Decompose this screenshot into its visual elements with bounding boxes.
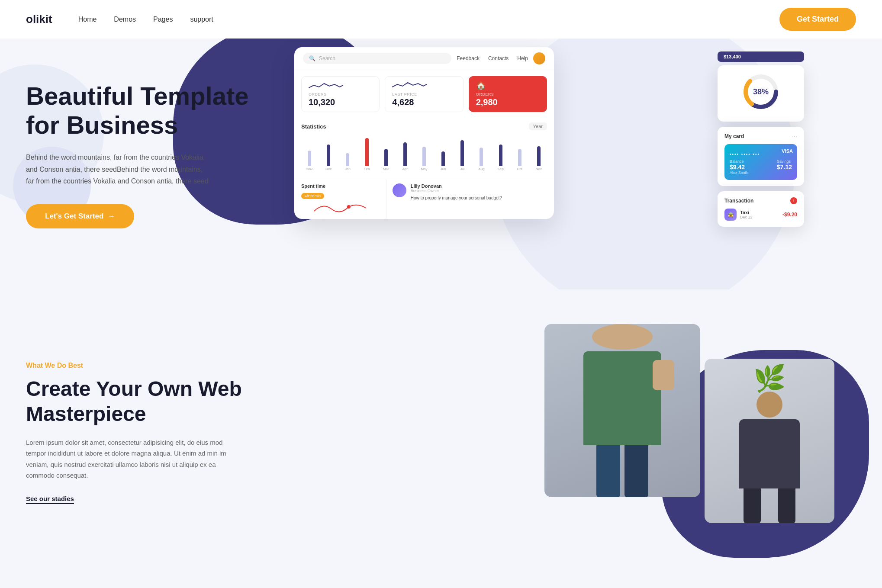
bar-4-red (365, 138, 369, 166)
hero-description: Behind the word mountains, far from the … (26, 151, 212, 187)
hero-section: Beautiful Template for Business Behind t… (0, 39, 882, 289)
bar-group-12: Oct (512, 149, 528, 171)
help-nav[interactable]: Help (517, 55, 528, 61)
spent-time: Spent time 48:26min (294, 179, 386, 219)
section2-tag: What We Do Best (26, 362, 242, 370)
nav-pages[interactable]: Pages (153, 16, 173, 23)
card-balance: $9.42 (730, 164, 745, 170)
activity-role: Business Owner (411, 189, 502, 193)
chart-title: Statistics (301, 123, 326, 130)
bar-group-2: Dec (320, 145, 337, 171)
transaction-date: Dec 12 (740, 215, 779, 219)
svg-point-0 (347, 205, 351, 209)
chart-filter[interactable]: Year (529, 122, 547, 130)
card-balance-2: $7.12 (777, 164, 792, 170)
photo-cell-a (544, 324, 700, 497)
navbar: olikit Home Demos Pages support Get Star… (0, 0, 882, 39)
stat-value-2: 4,628 (392, 97, 456, 107)
dash-bottom: Spent time 48:26min Lilly Donovan Busine… (294, 179, 554, 219)
bar-10 (480, 148, 483, 166)
bar-group-7: May (416, 147, 432, 171)
bar-6 (403, 142, 407, 166)
card-owner: Alex Smith (730, 170, 792, 175)
bar-1 (308, 151, 311, 166)
transaction-info: Taxi Dec 12 (740, 210, 779, 219)
stat-value-3: 2,980 (476, 97, 540, 107)
card-header-title: My card (724, 133, 744, 139)
get-started-button[interactable]: Get Started (779, 8, 856, 31)
visa-card: VISA •••• •••• ••• Balance $9.42 Savings… (724, 144, 797, 180)
bar-11 (499, 145, 502, 166)
bar-7 (422, 147, 426, 166)
bar-13 (537, 146, 541, 166)
dash-stats: ORDERS 10,320 LAST PRICE 4,628 🏠 ORDERS … (294, 70, 554, 118)
bar-group-3: Jan (339, 153, 356, 171)
bar-group-9: Jul (454, 140, 470, 171)
blue-badge: $13,400 (718, 51, 804, 62)
bar-2 (327, 145, 330, 166)
bar-group-1: Nov (301, 151, 318, 171)
stat-box-2: LAST PRICE 4,628 (385, 76, 463, 112)
user-avatar (533, 52, 545, 64)
feedback-nav[interactable]: Feedback (457, 55, 480, 61)
section2-left: What We Do Best Create Your Own Web Mast… (26, 362, 242, 502)
stat-box-3: 🏠 ORDERS 2,980 (469, 76, 547, 112)
bar-chart: Nov Dec Jan Feb (301, 134, 547, 173)
nav-support[interactable]: support (190, 16, 213, 23)
transaction-widget: Transaction ! 🚖 Taxi Dec 12 -$9.20 (718, 191, 804, 227)
logo[interactable]: olikit (26, 13, 52, 26)
transaction-name: Taxi (740, 210, 779, 215)
donut-percentage: 38% (753, 87, 769, 96)
transaction-amount: -$9.20 (782, 212, 797, 218)
bar-5 (384, 149, 388, 166)
section2-right: 🌿 (277, 324, 856, 540)
bar-group-11: Sep (493, 145, 509, 171)
activity-name: Lilly Donovan (411, 183, 502, 189)
transaction-title: Transaction (724, 198, 753, 204)
chart-area: Statistics Year Nov Dec Jan (294, 118, 554, 179)
search-icon: 🔍 (309, 55, 315, 61)
bar-group-5: Mar (378, 149, 394, 171)
bar-9 (460, 140, 464, 166)
spent-graph (301, 199, 379, 215)
spent-time-title: Spent time (301, 183, 379, 189)
transaction-item: 🚖 Taxi Dec 12 -$9.20 (724, 209, 797, 221)
chart-title-row: Statistics Year (301, 122, 547, 130)
nav-demos[interactable]: Demos (114, 16, 136, 23)
dashboard-card: 🔍 Search Feedback Contacts Help ORDERS (294, 47, 554, 219)
dash-search[interactable]: 🔍 Search (303, 53, 451, 64)
bar-group-4: Feb (358, 138, 375, 171)
activity-message: How to properly manage your personal bud… (411, 195, 502, 201)
transaction-icon: 🚖 (724, 209, 737, 221)
section2: What We Do Best Create Your Own Web Mast… (0, 289, 882, 575)
bar-group-8: Jun (435, 151, 451, 171)
section2-link[interactable]: See our stadies (26, 495, 74, 504)
transaction-badge: ! (790, 197, 797, 204)
card-menu-icon[interactable]: ··· (792, 133, 797, 140)
bar-8 (441, 151, 445, 166)
bar-12 (518, 149, 521, 166)
activity-avatar (393, 183, 406, 197)
transaction-header: Transaction ! (724, 197, 797, 204)
stat-label-2: LAST PRICE (392, 92, 456, 96)
dashboard-mockup: 🔍 Search Feedback Contacts Help ORDERS (294, 47, 554, 219)
bar-group-6: Apr (397, 142, 413, 171)
card-header: My card ··· (724, 133, 797, 140)
nav-home[interactable]: Home (78, 16, 97, 23)
donut-ring: 38% (741, 72, 780, 111)
visa-brand: VISA (782, 148, 793, 154)
photo-cell-b: 🌿 (705, 359, 834, 523)
search-placeholder: Search (319, 55, 335, 61)
stat-box-1: ORDERS 10,320 (301, 76, 380, 112)
spent-time-badge: 48:26min (301, 193, 324, 199)
activity-box: Lilly Donovan Business Owner How to prop… (386, 179, 554, 219)
dash-nav-items: Feedback Contacts Help (457, 55, 528, 61)
contacts-nav[interactable]: Contacts (488, 55, 509, 61)
section2-title: Create Your Own Web Masterpiece (26, 376, 242, 426)
hero-cta-button[interactable]: Let's Get Started → (26, 204, 134, 228)
photo-grid: 🌿 (544, 324, 856, 532)
dash-header: 🔍 Search Feedback Contacts Help (294, 47, 554, 70)
my-card-widget: My card ··· VISA •••• •••• ••• Balance $… (718, 127, 804, 186)
hero-title: Beautiful Template for Business (26, 82, 251, 139)
hero-content: Beautiful Template for Business Behind t… (26, 64, 251, 228)
